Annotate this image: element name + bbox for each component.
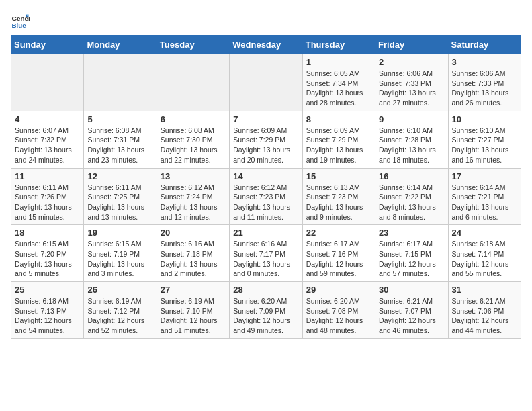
day-number: 15 xyxy=(306,171,371,181)
day-number: 11 xyxy=(15,171,80,181)
calendar-cell: 25Sunrise: 6:18 AM Sunset: 7:13 PM Dayli… xyxy=(11,282,84,339)
day-number: 10 xyxy=(452,114,517,124)
day-number: 28 xyxy=(233,285,298,295)
day-info: Sunrise: 6:09 AM Sunset: 7:29 PM Dayligh… xyxy=(233,126,298,165)
day-info: Sunrise: 6:21 AM Sunset: 7:06 PM Dayligh… xyxy=(452,296,517,336)
day-number: 18 xyxy=(15,228,80,238)
logo-icon: General Blue xyxy=(11,11,30,30)
day-number: 27 xyxy=(161,285,226,295)
day-info: Sunrise: 6:17 AM Sunset: 7:15 PM Dayligh… xyxy=(379,239,444,279)
calendar-cell: 18Sunrise: 6:15 AM Sunset: 7:20 PM Dayli… xyxy=(11,225,84,282)
day-number: 19 xyxy=(87,228,152,238)
header-thursday: Thursday xyxy=(302,36,375,54)
day-number: 31 xyxy=(452,285,517,295)
calendar-cell: 13Sunrise: 6:12 AM Sunset: 7:24 PM Dayli… xyxy=(157,168,229,225)
day-info: Sunrise: 6:18 AM Sunset: 7:14 PM Dayligh… xyxy=(452,239,517,279)
calendar-cell: 28Sunrise: 6:20 AM Sunset: 7:09 PM Dayli… xyxy=(230,282,302,339)
calendar-cell: 20Sunrise: 6:16 AM Sunset: 7:18 PM Dayli… xyxy=(157,225,229,282)
calendar-cell: 7Sunrise: 6:09 AM Sunset: 7:29 PM Daylig… xyxy=(230,111,302,168)
calendar-cell: 9Sunrise: 6:10 AM Sunset: 7:28 PM Daylig… xyxy=(375,111,448,168)
calendar-cell: 30Sunrise: 6:21 AM Sunset: 7:07 PM Dayli… xyxy=(375,282,448,339)
day-number: 22 xyxy=(306,228,371,238)
calendar-cell: 21Sunrise: 6:16 AM Sunset: 7:17 PM Dayli… xyxy=(230,225,302,282)
day-info: Sunrise: 6:08 AM Sunset: 7:31 PM Dayligh… xyxy=(87,126,152,165)
day-number: 1 xyxy=(306,57,371,67)
calendar-cell: 6Sunrise: 6:08 AM Sunset: 7:30 PM Daylig… xyxy=(157,111,229,168)
day-number: 16 xyxy=(379,171,444,181)
calendar-cell: 22Sunrise: 6:17 AM Sunset: 7:16 PM Dayli… xyxy=(302,225,375,282)
day-info: Sunrise: 6:18 AM Sunset: 7:13 PM Dayligh… xyxy=(15,296,80,336)
calendar-cell: 2Sunrise: 6:06 AM Sunset: 7:33 PM Daylig… xyxy=(375,54,448,111)
header-wednesday: Wednesday xyxy=(230,36,302,54)
day-number: 29 xyxy=(306,285,371,295)
day-number: 6 xyxy=(161,114,226,124)
calendar-cell: 27Sunrise: 6:19 AM Sunset: 7:10 PM Dayli… xyxy=(157,282,229,339)
day-number: 17 xyxy=(452,171,517,181)
day-number: 5 xyxy=(87,114,152,124)
calendar-cell: 23Sunrise: 6:17 AM Sunset: 7:15 PM Dayli… xyxy=(375,225,448,282)
day-number: 14 xyxy=(233,171,298,181)
calendar-cell: 31Sunrise: 6:21 AM Sunset: 7:06 PM Dayli… xyxy=(448,282,521,339)
day-number: 13 xyxy=(161,171,226,181)
day-number: 25 xyxy=(15,285,80,295)
day-number: 3 xyxy=(452,57,517,67)
header-sunday: Sunday xyxy=(11,36,84,54)
day-number: 30 xyxy=(379,285,444,295)
day-info: Sunrise: 6:19 AM Sunset: 7:12 PM Dayligh… xyxy=(87,296,152,336)
day-info: Sunrise: 6:16 AM Sunset: 7:18 PM Dayligh… xyxy=(161,239,226,279)
calendar-cell: 17Sunrise: 6:14 AM Sunset: 7:21 PM Dayli… xyxy=(448,168,521,225)
week-row-2: 4Sunrise: 6:07 AM Sunset: 7:32 PM Daylig… xyxy=(11,111,521,168)
calendar-cell: 3Sunrise: 6:06 AM Sunset: 7:33 PM Daylig… xyxy=(448,54,521,111)
day-number: 21 xyxy=(233,228,298,238)
day-number: 20 xyxy=(161,228,226,238)
day-info: Sunrise: 6:12 AM Sunset: 7:24 PM Dayligh… xyxy=(161,183,226,222)
header-friday: Friday xyxy=(375,36,448,54)
day-number: 4 xyxy=(15,114,80,124)
calendar-cell: 11Sunrise: 6:11 AM Sunset: 7:26 PM Dayli… xyxy=(11,168,84,225)
day-info: Sunrise: 6:16 AM Sunset: 7:17 PM Dayligh… xyxy=(233,239,298,279)
day-info: Sunrise: 6:11 AM Sunset: 7:26 PM Dayligh… xyxy=(15,183,80,222)
calendar-cell: 12Sunrise: 6:11 AM Sunset: 7:25 PM Dayli… xyxy=(84,168,157,225)
day-number: 12 xyxy=(87,171,152,181)
day-info: Sunrise: 6:12 AM Sunset: 7:23 PM Dayligh… xyxy=(233,183,298,222)
day-info: Sunrise: 6:14 AM Sunset: 7:21 PM Dayligh… xyxy=(452,183,517,222)
calendar-cell: 10Sunrise: 6:10 AM Sunset: 7:27 PM Dayli… xyxy=(448,111,521,168)
calendar-cell: 24Sunrise: 6:18 AM Sunset: 7:14 PM Dayli… xyxy=(448,225,521,282)
calendar-table: SundayMondayTuesdayWednesdayThursdayFrid… xyxy=(11,35,521,339)
day-number: 8 xyxy=(306,114,371,124)
calendar-cell: 19Sunrise: 6:15 AM Sunset: 7:19 PM Dayli… xyxy=(84,225,157,282)
calendar-cell: 16Sunrise: 6:14 AM Sunset: 7:22 PM Dayli… xyxy=(375,168,448,225)
header-tuesday: Tuesday xyxy=(157,36,229,54)
calendar-cell xyxy=(157,54,229,111)
page-header: General Blue xyxy=(11,11,521,30)
day-info: Sunrise: 6:10 AM Sunset: 7:28 PM Dayligh… xyxy=(379,126,444,165)
day-number: 9 xyxy=(379,114,444,124)
day-info: Sunrise: 6:10 AM Sunset: 7:27 PM Dayligh… xyxy=(452,126,517,165)
day-info: Sunrise: 6:14 AM Sunset: 7:22 PM Dayligh… xyxy=(379,183,444,222)
day-info: Sunrise: 6:08 AM Sunset: 7:30 PM Dayligh… xyxy=(161,126,226,165)
day-info: Sunrise: 6:06 AM Sunset: 7:33 PM Dayligh… xyxy=(379,68,444,108)
header-row: SundayMondayTuesdayWednesdayThursdayFrid… xyxy=(11,36,521,54)
day-info: Sunrise: 6:09 AM Sunset: 7:29 PM Dayligh… xyxy=(306,126,371,165)
calendar-cell: 8Sunrise: 6:09 AM Sunset: 7:29 PM Daylig… xyxy=(302,111,375,168)
week-row-1: 1Sunrise: 6:05 AM Sunset: 7:34 PM Daylig… xyxy=(11,54,521,111)
calendar-cell: 1Sunrise: 6:05 AM Sunset: 7:34 PM Daylig… xyxy=(302,54,375,111)
week-row-3: 11Sunrise: 6:11 AM Sunset: 7:26 PM Dayli… xyxy=(11,168,521,225)
day-info: Sunrise: 6:21 AM Sunset: 7:07 PM Dayligh… xyxy=(379,296,444,336)
day-info: Sunrise: 6:07 AM Sunset: 7:32 PM Dayligh… xyxy=(15,126,80,165)
day-info: Sunrise: 6:15 AM Sunset: 7:20 PM Dayligh… xyxy=(15,239,80,279)
calendar-cell xyxy=(84,54,157,111)
day-info: Sunrise: 6:05 AM Sunset: 7:34 PM Dayligh… xyxy=(306,68,371,108)
calendar-cell: 29Sunrise: 6:20 AM Sunset: 7:08 PM Dayli… xyxy=(302,282,375,339)
week-row-5: 25Sunrise: 6:18 AM Sunset: 7:13 PM Dayli… xyxy=(11,282,521,339)
day-info: Sunrise: 6:17 AM Sunset: 7:16 PM Dayligh… xyxy=(306,239,371,279)
calendar-cell: 14Sunrise: 6:12 AM Sunset: 7:23 PM Dayli… xyxy=(230,168,302,225)
day-info: Sunrise: 6:19 AM Sunset: 7:10 PM Dayligh… xyxy=(161,296,226,336)
day-info: Sunrise: 6:15 AM Sunset: 7:19 PM Dayligh… xyxy=(87,239,152,279)
day-info: Sunrise: 6:20 AM Sunset: 7:09 PM Dayligh… xyxy=(233,296,298,336)
day-number: 26 xyxy=(87,285,152,295)
day-number: 23 xyxy=(379,228,444,238)
header-monday: Monday xyxy=(84,36,157,54)
day-number: 24 xyxy=(452,228,517,238)
svg-text:Blue: Blue xyxy=(11,21,26,29)
